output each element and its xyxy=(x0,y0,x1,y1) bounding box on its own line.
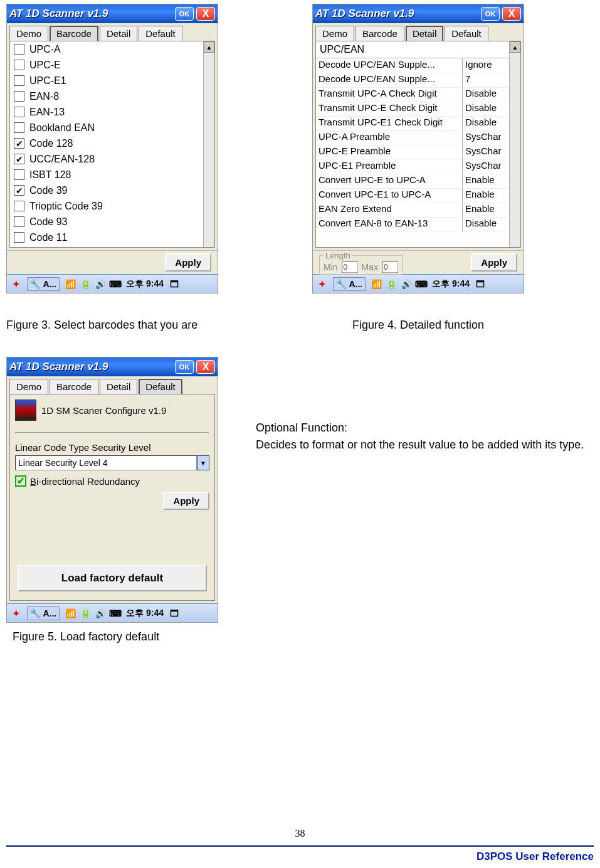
tray-icon[interactable]: 🔊 xyxy=(95,608,106,619)
apply-button[interactable]: Apply xyxy=(165,253,211,272)
barcode-checkbox-row[interactable]: UCC/EAN-128 xyxy=(10,151,203,167)
tray-icon[interactable]: 🔋 xyxy=(80,608,91,619)
barcode-checkbox-row[interactable]: UPC-E1 xyxy=(10,73,203,88)
tab-demo[interactable]: Demo xyxy=(9,379,48,394)
tray-icon[interactable]: 🔊 xyxy=(95,278,106,290)
checkbox[interactable] xyxy=(14,232,24,243)
checkbox[interactable] xyxy=(14,185,24,196)
security-level-combo[interactable]: ▼ xyxy=(15,455,209,470)
barcode-checkbox-row[interactable]: Code 93 xyxy=(10,214,203,230)
tab-detail[interactable]: Detail xyxy=(100,26,137,41)
tab-default[interactable]: Default xyxy=(139,26,182,41)
setting-value: Disable xyxy=(463,117,509,131)
start-icon[interactable]: ✦ xyxy=(11,608,22,619)
page-number: 38 xyxy=(6,828,594,839)
checkbox[interactable] xyxy=(14,44,24,55)
detail-setting-row[interactable]: Convert UPC-E to UPC-AEnable xyxy=(316,174,509,189)
tab-barcode[interactable]: Barcode xyxy=(355,26,404,41)
detail-setting-row[interactable]: Convert UPC-E1 to UPC-AEnable xyxy=(316,189,509,203)
tab-detail[interactable]: Detail xyxy=(406,26,443,41)
apply-button[interactable]: Apply xyxy=(163,492,209,510)
taskbar-app[interactable]: 🔧 A... xyxy=(333,277,366,291)
checkbox-bidirectional[interactable]: ✔ xyxy=(15,475,26,487)
min-input[interactable] xyxy=(342,262,358,273)
taskbar-app[interactable]: 🔧 A... xyxy=(27,606,60,620)
optional-function-heading: Optional Function: xyxy=(256,420,584,437)
load-factory-default-button[interactable]: Load factory default xyxy=(18,565,207,591)
barcode-checkbox-row[interactable]: Code 39 xyxy=(10,183,203,198)
dropdown-icon[interactable]: ▼ xyxy=(197,455,209,470)
barcode-checkbox-row[interactable]: Code 128 xyxy=(10,135,203,151)
barcode-checkbox-row[interactable]: UPC-A xyxy=(10,41,203,57)
keyboard-icon[interactable]: ⌨ xyxy=(110,278,121,290)
tab-barcode[interactable]: Barcode xyxy=(50,26,98,41)
tray-icon[interactable]: 📶 xyxy=(65,608,76,619)
desktop-icon[interactable]: 🗔 xyxy=(169,608,180,619)
barcode-checkbox-row[interactable]: EAN-13 xyxy=(10,104,203,120)
detail-setting-row[interactable]: Transmit UPC-E Check DigitDisable xyxy=(316,102,509,117)
keyboard-icon[interactable]: ⌨ xyxy=(110,608,121,619)
length-legend: Length xyxy=(324,251,352,260)
barcode-checkbox-row[interactable]: EAN-8 xyxy=(10,88,203,104)
close-button[interactable]: X xyxy=(196,360,215,374)
ok-button[interactable]: OK xyxy=(175,7,194,21)
detail-setting-row[interactable]: Transmit UPC-E1 Check DigitDisable xyxy=(316,117,509,131)
close-button[interactable]: X xyxy=(196,7,215,21)
tab-default[interactable]: Default xyxy=(445,26,488,41)
tray-icon[interactable]: 🔋 xyxy=(80,278,91,290)
security-level-value[interactable] xyxy=(15,455,197,470)
tab-barcode[interactable]: Barcode xyxy=(50,379,98,394)
checkbox[interactable] xyxy=(14,169,24,180)
setting-value: SysChar xyxy=(463,146,509,160)
detail-setting-row[interactable]: EAN Zero ExtendEnable xyxy=(316,203,509,218)
scrollbar[interactable]: ▲ xyxy=(509,41,520,247)
tray-icon[interactable]: 🔋 xyxy=(386,278,397,290)
detail-setting-row[interactable]: UPC-E PreambleSysChar xyxy=(316,146,509,160)
scroll-up-icon[interactable]: ▲ xyxy=(510,41,520,53)
keyboard-icon[interactable]: ⌨ xyxy=(416,278,427,290)
checkbox[interactable] xyxy=(14,122,24,133)
detail-setting-row[interactable]: UPC-E1 PreambleSysChar xyxy=(316,160,509,174)
max-input[interactable] xyxy=(382,262,398,273)
tray-icon[interactable]: 📶 xyxy=(371,278,382,290)
checkbox[interactable] xyxy=(14,201,24,211)
detail-setting-row[interactable]: Transmit UPC-A Check DigitDisable xyxy=(316,88,509,102)
tab-demo[interactable]: Demo xyxy=(315,26,354,41)
tray-icon[interactable]: 🔊 xyxy=(401,278,412,290)
start-icon[interactable]: ✦ xyxy=(11,278,22,290)
apply-button[interactable]: Apply xyxy=(471,253,517,272)
close-button[interactable]: X xyxy=(502,7,521,21)
tab-detail[interactable]: Detail xyxy=(100,379,137,394)
detail-setting-row[interactable]: Decode UPC/EAN Supple...Ignore xyxy=(316,59,509,73)
tab-default[interactable]: Default xyxy=(139,379,182,394)
detail-setting-row[interactable]: Decode UPC/EAN Supple...7 xyxy=(316,73,509,88)
checkbox[interactable] xyxy=(14,138,24,149)
barcode-checkbox-row[interactable]: ISBT 128 xyxy=(10,167,203,183)
checkbox[interactable] xyxy=(14,216,24,227)
scroll-up-icon[interactable]: ▲ xyxy=(204,41,214,53)
tab-demo[interactable]: Demo xyxy=(9,26,48,41)
checkbox[interactable] xyxy=(14,91,24,102)
checkbox[interactable] xyxy=(14,75,24,86)
taskbar-app[interactable]: 🔧 A... xyxy=(27,277,60,291)
checkbox[interactable] xyxy=(14,60,24,70)
barcode-checkbox-row[interactable]: Bookland EAN xyxy=(10,120,203,135)
checkbox[interactable] xyxy=(14,154,24,164)
start-icon[interactable]: ✦ xyxy=(317,278,328,290)
setting-value: 7 xyxy=(463,73,509,88)
setting-name: Decode UPC/EAN Supple... xyxy=(316,73,463,88)
checkbox[interactable] xyxy=(14,107,24,117)
barcode-checkbox-row[interactable]: Trioptic Code 39 xyxy=(10,198,203,214)
tray-icon[interactable]: 📶 xyxy=(65,278,76,290)
ok-button[interactable]: OK xyxy=(175,360,194,374)
detail-section-header[interactable]: UPC/EAN xyxy=(316,41,520,58)
ok-button[interactable]: OK xyxy=(481,7,500,21)
barcode-checkbox-row[interactable]: UPC-E xyxy=(10,57,203,73)
detail-setting-row[interactable]: UPC-A PreambleSysChar xyxy=(316,131,509,146)
detail-setting-row[interactable]: Convert EAN-8 to EAN-13Disable xyxy=(316,218,509,232)
desktop-icon[interactable]: 🗔 xyxy=(169,278,180,290)
barcode-checkbox-row[interactable]: Code 11 xyxy=(10,230,203,245)
desktop-icon[interactable]: 🗔 xyxy=(475,278,486,290)
scrollbar[interactable]: ▲ xyxy=(203,41,214,247)
taskbar-clock: 오후 9:44 xyxy=(432,278,470,290)
